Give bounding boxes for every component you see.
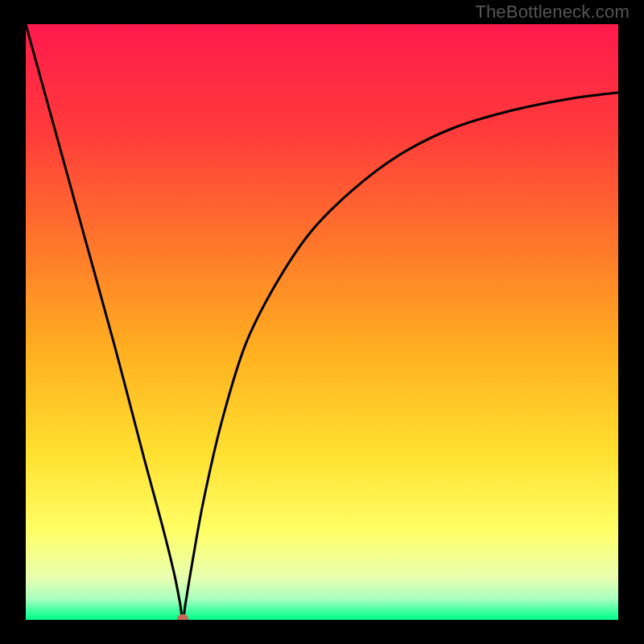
bottleneck-curve-chart <box>26 24 618 620</box>
chart-frame: TheBottleneck.com <box>0 0 644 644</box>
plot-area <box>26 24 618 620</box>
attribution-label: TheBottleneck.com <box>475 2 630 23</box>
gradient-background <box>26 24 618 620</box>
